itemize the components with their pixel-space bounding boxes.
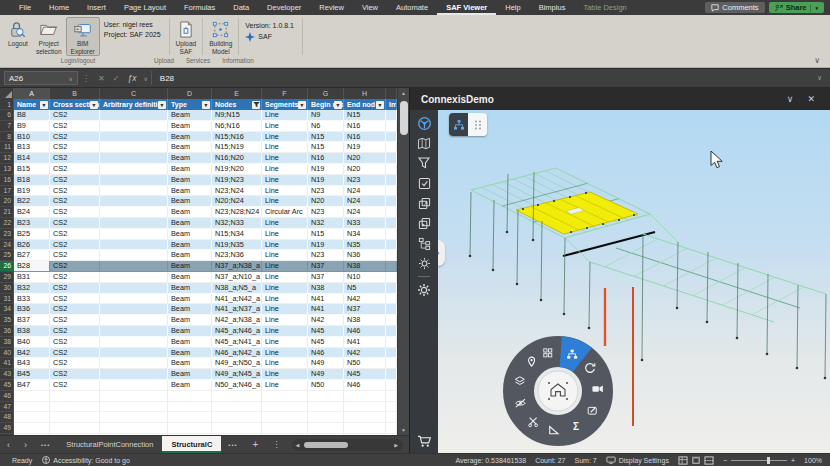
table-cell[interactable] xyxy=(386,207,397,218)
table-cell[interactable] xyxy=(386,240,397,251)
settings-icon[interactable] xyxy=(415,282,433,298)
table-cell[interactable]: CS2 xyxy=(50,132,100,143)
table-cell[interactable] xyxy=(100,294,168,305)
upload-saf-button[interactable]: UploadSAF xyxy=(172,17,201,56)
table-cell[interactable]: N32 xyxy=(308,218,344,229)
table-cell[interactable]: Beam xyxy=(168,326,212,337)
zoom-out-icon[interactable]: − xyxy=(723,457,727,464)
table-cell[interactable]: B33 xyxy=(14,294,50,305)
table-cell[interactable] xyxy=(386,218,397,229)
table-header-arbitrary-definition[interactable]: Arbitrary definition▾ xyxy=(100,99,168,110)
table-cell[interactable] xyxy=(386,315,397,326)
row-header-26[interactable]: 26 xyxy=(0,261,14,272)
table-cell[interactable] xyxy=(386,153,397,164)
table-cell[interactable] xyxy=(262,423,308,434)
table-cell[interactable]: CS2 xyxy=(50,121,100,132)
table-cell[interactable]: CS2 xyxy=(50,186,100,197)
table-cell[interactable]: N38 xyxy=(308,283,344,294)
table-cell[interactable]: CS2 xyxy=(50,380,100,391)
tab-overflow-icon[interactable]: ••• xyxy=(221,442,244,448)
table-cell[interactable]: Line xyxy=(262,261,308,272)
table-cell[interactable]: B15 xyxy=(14,164,50,175)
table-cell[interactable]: N49_a;N50_a xyxy=(212,358,262,369)
table-cell[interactable]: Beam xyxy=(168,196,212,207)
table-cell[interactable]: Beam xyxy=(168,315,212,326)
row-header-21[interactable]: 21 xyxy=(0,207,14,218)
table-cell[interactable]: Line xyxy=(262,358,308,369)
table-cell[interactable]: N5 xyxy=(344,283,386,294)
scroll-left-icon[interactable]: ◀ xyxy=(292,442,302,448)
table-cell[interactable] xyxy=(212,391,262,402)
orbit-icon[interactable] xyxy=(415,115,433,131)
table-cell[interactable]: Line xyxy=(262,272,308,283)
table-cell[interactable]: CS2 xyxy=(50,164,100,175)
row-header-35[interactable]: 35 xyxy=(0,315,14,326)
scroll-up-icon[interactable]: ▲ xyxy=(398,88,409,98)
3d-model-canvas[interactable] xyxy=(438,110,830,453)
table-cell[interactable]: Beam xyxy=(168,348,212,359)
table-cell[interactable]: N15;N34 xyxy=(212,229,262,240)
table-cell[interactable] xyxy=(100,261,168,272)
table-cell[interactable]: CS2 xyxy=(50,304,100,315)
table-cell[interactable]: CS2 xyxy=(50,348,100,359)
status-count[interactable]: Count: 27 xyxy=(535,457,565,464)
row-header-31[interactable]: 31 xyxy=(0,294,14,305)
column-header-C[interactable]: C xyxy=(100,88,168,99)
brightness-icon[interactable] xyxy=(415,255,433,271)
table-cell[interactable]: N15 xyxy=(344,110,386,121)
ribbon-tab-help[interactable]: Help xyxy=(496,0,529,15)
table-cell[interactable] xyxy=(308,412,344,423)
accessibility-status[interactable]: Accessibility: Good to go xyxy=(42,456,130,464)
table-cell[interactable]: Line xyxy=(262,142,308,153)
table-cell[interactable]: N37_a;N10_a xyxy=(212,272,262,283)
column-header-B[interactable]: B xyxy=(50,88,100,99)
table-cell[interactable]: Beam xyxy=(168,261,212,272)
row-header-36[interactable]: 36 xyxy=(0,326,14,337)
table-cell[interactable]: N24 xyxy=(344,186,386,197)
name-box-dropdown-icon[interactable]: ∨ xyxy=(69,75,73,82)
row-header-7[interactable]: 7 xyxy=(0,121,14,132)
display-settings-button[interactable]: Display Settings xyxy=(606,456,669,464)
column-header-G[interactable]: G xyxy=(308,88,344,99)
table-cell[interactable] xyxy=(14,423,50,434)
table-cell[interactable]: N16;N20 xyxy=(212,153,262,164)
table-cell[interactable] xyxy=(168,423,212,434)
table-cell[interactable] xyxy=(100,391,168,402)
column-header-H[interactable]: H xyxy=(344,88,386,99)
table-cell[interactable] xyxy=(308,391,344,402)
table-cell[interactable] xyxy=(386,358,397,369)
table-cell[interactable]: N19 xyxy=(308,164,344,175)
table-header-type[interactable]: Type▾ xyxy=(168,99,212,110)
ribbon-tab-table-design[interactable]: Table Design xyxy=(574,0,635,15)
table-cell[interactable]: N41 xyxy=(344,337,386,348)
table-cell[interactable]: CS2 xyxy=(50,294,100,305)
table-cell[interactable]: N46 xyxy=(308,348,344,359)
table-cell[interactable]: Beam xyxy=(168,229,212,240)
table-cell[interactable] xyxy=(386,175,397,186)
table-cell[interactable]: N16 xyxy=(344,121,386,132)
table-cell[interactable] xyxy=(212,423,262,434)
table-cell[interactable] xyxy=(100,196,168,207)
ribbon-tab-page-layout[interactable]: Page Layout xyxy=(115,0,175,15)
table-header-end-nod[interactable]: End nod▾ xyxy=(344,99,386,110)
table-cell[interactable]: N15;N16 xyxy=(212,132,262,143)
table-cell[interactable]: CS2 xyxy=(50,369,100,380)
share-button[interactable]: Share ▾ xyxy=(769,2,824,13)
table-cell[interactable] xyxy=(14,402,50,413)
row-header-45[interactable]: 45 xyxy=(0,380,14,391)
table-cell[interactable]: CS2 xyxy=(50,196,100,207)
table-cell[interactable]: N46 xyxy=(344,380,386,391)
table-cell[interactable]: N24 xyxy=(344,207,386,218)
table-cell[interactable]: N46 xyxy=(344,326,386,337)
table-cell[interactable] xyxy=(386,294,397,305)
table-cell[interactable]: Line xyxy=(262,175,308,186)
building-model-button[interactable]: BuildingModel xyxy=(205,17,236,56)
table-cell[interactable] xyxy=(344,391,386,402)
table-header-segments[interactable]: Segments▾ xyxy=(262,99,308,110)
table-cell[interactable]: Beam xyxy=(168,110,212,121)
panel-expand-handle[interactable]: › xyxy=(438,240,445,266)
table-cell[interactable]: N45 xyxy=(344,369,386,380)
table-cell[interactable]: Beam xyxy=(168,369,212,380)
table-cell[interactable] xyxy=(100,326,168,337)
table-cell[interactable] xyxy=(308,402,344,413)
